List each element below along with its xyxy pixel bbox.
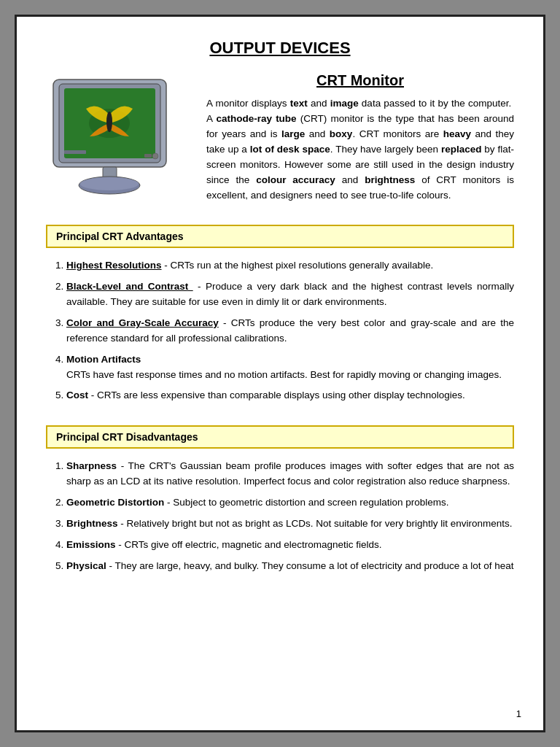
list-item: Emissions - CRTs give off electric, magn…: [66, 538, 514, 553]
svg-rect-9: [144, 154, 152, 158]
list-item: Sharpness - The CRT's Gaussian beam prof…: [66, 459, 514, 489]
crt-text-block: CRT Monitor A monitor displays text and …: [206, 72, 514, 210]
disadvantages-box-label: Principal CRT Disadvantages: [56, 431, 198, 443]
list-item: Color and Gray-Scale Accuracy - CRTs pro…: [66, 316, 514, 347]
list-item: Physical - They are large, heavy, and bu…: [66, 559, 514, 574]
monitor-svg: [46, 72, 184, 207]
advantage-1-title: Highest Resolutions: [66, 260, 162, 271]
disadvantage-2-title: Geometric Distortion: [66, 497, 164, 508]
advantage-1-text: - CRTs run at the highest pixel resoluti…: [164, 260, 433, 271]
monitor-image-container: [46, 72, 192, 210]
list-item: Brightness - Relatively bright but not a…: [66, 516, 514, 532]
advantage-4-text: CRTs have fast response times and no mot…: [66, 369, 502, 380]
disadvantage-2-text: - Subject to geometric distortion and sc…: [167, 497, 448, 508]
disadvantages-list-section: Sharpness - The CRT's Gaussian beam prof…: [46, 459, 514, 574]
advantage-2-title: Black-Level and Contrast: [66, 281, 193, 292]
disadvantage-5-text: - They are large, heavy, and bulky. They…: [109, 560, 514, 571]
page-title: OUTPUT DEVICES: [46, 39, 514, 58]
list-item: Geometric Distortion - Subject to geomet…: [66, 495, 514, 511]
page-number: 1: [516, 708, 521, 719]
crt-subtitle: CRT Monitor: [206, 72, 514, 89]
disadvantage-4-title: Emissions: [66, 539, 116, 550]
advantages-list-section: Highest Resolutions - CRTs run at the hi…: [46, 258, 514, 403]
crt-section: CRT Monitor A monitor displays text and …: [46, 72, 514, 210]
svg-point-8: [152, 153, 158, 159]
advantages-box-label: Principal CRT Advantages: [56, 231, 184, 242]
svg-rect-10: [64, 150, 86, 154]
advantages-list: Highest Resolutions - CRTs run at the hi…: [46, 258, 514, 403]
disadvantage-4-text: - CRTs give off electric, magnetic and e…: [118, 539, 381, 550]
advantage-5-title: Cost: [66, 390, 88, 400]
disadvantage-3-text: - Relatively bright but not as bright as…: [120, 518, 512, 529]
advantage-4-title: Motion Artifacts: [66, 354, 141, 365]
disadvantage-1-title: Sharpness: [66, 460, 117, 471]
svg-point-7: [80, 177, 139, 190]
page: OUTPUT DEVICES: [15, 15, 545, 732]
disadvantage-1-text: - The CRT's Gaussian beam profile produc…: [66, 460, 514, 487]
crt-description: A monitor displays text and image data p…: [206, 96, 514, 203]
disadvantages-list: Sharpness - The CRT's Gaussian beam prof…: [46, 459, 514, 574]
disadvantages-box: Principal CRT Disadvantages: [46, 425, 514, 449]
svg-point-4: [106, 112, 112, 132]
advantage-3-title: Color and Gray-Scale Accuracy: [66, 317, 219, 328]
list-item: Motion Artifacts CRTs have fast response…: [66, 352, 514, 383]
disadvantage-3-title: Brightness: [66, 518, 118, 529]
list-item: Black-Level and Contrast - Produce a ver…: [66, 279, 514, 310]
list-item: Highest Resolutions - CRTs run at the hi…: [66, 258, 514, 274]
list-item: Cost - CRTs are less expensive than comp…: [66, 388, 514, 403]
disadvantage-5-title: Physical: [66, 560, 106, 571]
advantage-5-text: - CRTs are less expensive than comparabl…: [91, 390, 465, 400]
advantages-box: Principal CRT Advantages: [46, 225, 514, 248]
